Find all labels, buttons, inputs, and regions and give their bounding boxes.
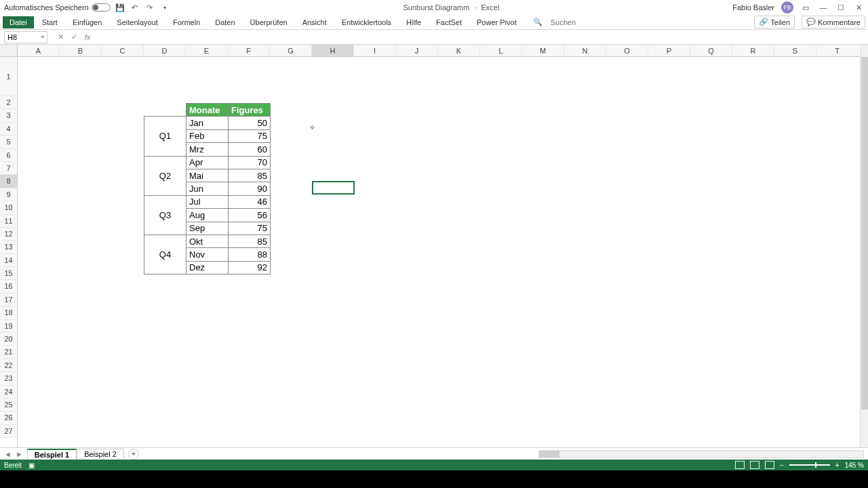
view-pagebreak-icon[interactable]: [765, 461, 774, 469]
value-cell[interactable]: 60: [229, 143, 271, 156]
zoom-in-icon[interactable]: +: [835, 462, 840, 469]
value-cell[interactable]: 92: [229, 261, 271, 274]
col-header-T[interactable]: T: [816, 45, 859, 56]
row-header-1[interactable]: 1: [0, 57, 17, 96]
tab-formeln[interactable]: Formeln: [166, 16, 207, 28]
close-icon[interactable]: ✕: [853, 2, 864, 13]
tab-ansicht[interactable]: Ansicht: [296, 16, 334, 28]
hscroll-thumb[interactable]: [539, 451, 559, 458]
row-header-8[interactable]: 8: [0, 175, 17, 188]
zoom-level[interactable]: 145 %: [845, 462, 864, 469]
sheet-tab-beispiel-2[interactable]: Beispiel 2: [77, 449, 124, 459]
quarter-cell[interactable]: Q2: [144, 156, 186, 195]
row-header-10[interactable]: 10: [0, 201, 17, 214]
value-cell[interactable]: 46: [229, 195, 271, 208]
row-header-11[interactable]: 11: [0, 215, 17, 228]
row-header-7[interactable]: 7: [0, 162, 17, 175]
value-cell[interactable]: 75: [229, 129, 271, 142]
col-header-L[interactable]: L: [480, 45, 522, 56]
ribbon-display-icon[interactable]: ▭: [800, 2, 811, 13]
col-header-C[interactable]: C: [102, 45, 144, 56]
month-cell[interactable]: Sep: [186, 222, 229, 235]
ribbon-search[interactable]: 🔍: [533, 16, 628, 28]
row-header-9[interactable]: 9: [0, 188, 17, 201]
col-header-B[interactable]: B: [60, 45, 102, 56]
tab-entwicklertools[interactable]: Entwicklertools: [335, 16, 398, 28]
tab-factset[interactable]: FactSet: [429, 16, 469, 28]
qat-customize-icon[interactable]: ▾: [159, 2, 170, 13]
fx-icon[interactable]: fx: [83, 33, 92, 41]
col-header-K[interactable]: K: [438, 45, 480, 56]
view-normal-icon[interactable]: [735, 461, 745, 469]
value-cell[interactable]: 50: [229, 117, 271, 129]
col-header-E[interactable]: E: [186, 45, 228, 56]
row-header-18[interactable]: 18: [0, 306, 17, 319]
month-cell[interactable]: Apr: [186, 156, 229, 169]
row-header-12[interactable]: 12: [0, 228, 17, 241]
row-header-6[interactable]: 6: [0, 149, 17, 162]
month-cell[interactable]: Mai: [186, 169, 229, 182]
worksheet-grid[interactable]: ABCDEFGHIJKLMNOPQRST 1234567891011121314…: [0, 45, 868, 447]
col-header-P[interactable]: P: [648, 45, 690, 56]
quarter-cell[interactable]: Q3: [144, 195, 186, 235]
select-all-corner[interactable]: [0, 45, 18, 57]
col-header-J[interactable]: J: [396, 45, 438, 56]
col-header-O[interactable]: O: [606, 45, 648, 56]
view-pagelayout-icon[interactable]: [750, 461, 760, 469]
enter-fx-icon[interactable]: ✓: [69, 33, 79, 41]
quarter-cell[interactable]: Q1: [144, 117, 186, 156]
sheet-tab-beispiel-1[interactable]: Beispiel 1: [27, 449, 77, 460]
vscroll-thumb[interactable]: [861, 57, 868, 409]
search-input[interactable]: [547, 16, 628, 28]
value-cell[interactable]: 90: [229, 182, 271, 195]
month-cell[interactable]: Okt: [186, 235, 229, 247]
row-header-24[interactable]: 24: [0, 386, 17, 399]
col-header-I[interactable]: I: [354, 45, 396, 56]
row-header-19[interactable]: 19: [0, 320, 17, 333]
col-header-S[interactable]: S: [774, 45, 816, 56]
value-cell[interactable]: 85: [229, 235, 271, 247]
row-header-3[interactable]: 3: [0, 109, 17, 122]
add-sheet-button[interactable]: +: [128, 449, 139, 460]
save-icon[interactable]: 💾: [115, 2, 125, 13]
col-header-G[interactable]: G: [270, 45, 312, 56]
user-name[interactable]: Fabio Basler: [732, 3, 774, 12]
tab-hilfe[interactable]: Hilfe: [399, 16, 428, 28]
col-header-M[interactable]: M: [522, 45, 564, 56]
row-header-17[interactable]: 17: [0, 293, 17, 306]
row-header-13[interactable]: 13: [0, 241, 17, 253]
value-cell[interactable]: 85: [229, 169, 271, 182]
row-header-5[interactable]: 5: [0, 136, 17, 148]
tab-powerpivot[interactable]: Power Pivot: [470, 16, 524, 28]
sheet-nav-prev-icon[interactable]: ◄: [4, 450, 12, 458]
month-cell[interactable]: Jan: [186, 117, 229, 129]
cancel-fx-icon[interactable]: ✕: [56, 33, 65, 41]
row-header-4[interactable]: 4: [0, 123, 17, 136]
avatar[interactable]: FB: [781, 1, 793, 14]
col-header-F[interactable]: F: [228, 45, 270, 56]
tab-seitenlayout[interactable]: Seitenlayout: [110, 16, 165, 28]
comments-button[interactable]: 💬 Kommentare: [802, 16, 865, 28]
tab-einfuegen[interactable]: Einfügen: [66, 16, 108, 28]
share-button[interactable]: 🔗 Teilen: [754, 16, 795, 28]
col-header-R[interactable]: R: [732, 45, 774, 56]
autosave-toggle[interactable]: Automatisches Speichern: [4, 3, 111, 12]
zoom-slider[interactable]: [789, 464, 830, 466]
quarter-cell[interactable]: Q4: [144, 235, 186, 274]
row-header-14[interactable]: 14: [0, 254, 17, 267]
tab-ueberpruefen[interactable]: Überprüfen: [243, 16, 294, 28]
month-cell[interactable]: Nov: [186, 248, 229, 261]
col-header-H[interactable]: H: [312, 45, 354, 56]
row-header-23[interactable]: 23: [0, 372, 17, 385]
month-cell[interactable]: Mrz: [186, 143, 229, 156]
name-box[interactable]: H8 ▾: [4, 31, 47, 43]
redo-icon[interactable]: ↷: [144, 2, 155, 13]
horizontal-scrollbar[interactable]: [538, 450, 864, 458]
cells-area[interactable]: Monate Figures Q1Jan50Feb75Mrz60Q2Apr70M…: [18, 57, 860, 447]
col-header-N[interactable]: N: [564, 45, 606, 56]
sheet-nav-next-icon[interactable]: ►: [16, 450, 23, 458]
macro-record-icon[interactable]: ▣: [28, 462, 35, 469]
col-header-D[interactable]: D: [144, 45, 186, 56]
row-header-26[interactable]: 26: [0, 411, 17, 424]
value-cell[interactable]: 70: [229, 156, 271, 169]
